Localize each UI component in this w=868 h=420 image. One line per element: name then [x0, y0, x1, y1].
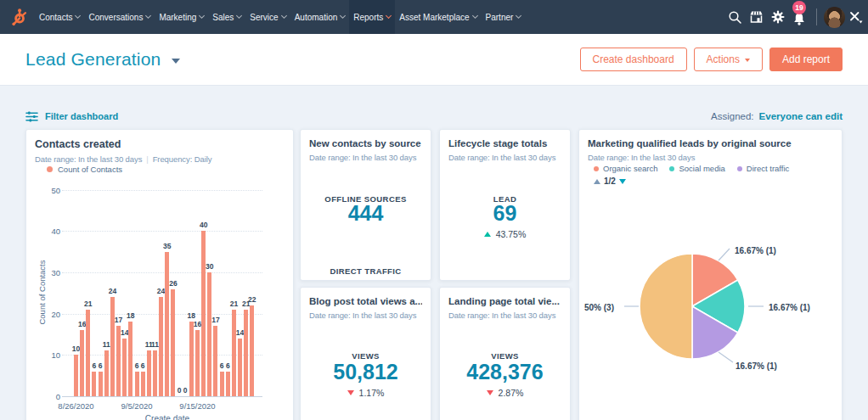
chevron-down-icon: [281, 13, 287, 19]
bar: [104, 350, 109, 396]
bar: [80, 330, 84, 396]
title-chevron-down-icon[interactable]: [172, 59, 180, 64]
chevron-down-icon: [472, 13, 478, 19]
add-report-button[interactable]: Add report: [769, 48, 843, 71]
card-title: New contacts by source: [309, 138, 422, 148]
bar: [141, 372, 145, 396]
nav-item-sales[interactable]: Sales: [208, 0, 245, 34]
top-nav: ContactsConversationsMarketingSalesServi…: [0, 0, 868, 34]
card-title: Blog post total views a...: [309, 296, 422, 306]
bar-chart: 0102030405010162166112417141866111124352…: [26, 130, 295, 420]
create-dashboard-button[interactable]: Create dashboard: [580, 48, 687, 71]
actions-button[interactable]: Actions: [694, 48, 763, 71]
bar: [128, 322, 132, 396]
stat-value: 50,812: [333, 360, 397, 384]
page-header: Lead Generation Create dashboard Actions…: [0, 34, 868, 86]
filter-bar: Filter dashboard Assigned: Everyone can …: [25, 108, 843, 125]
notifications-bell-icon[interactable]: 19: [788, 6, 809, 28]
nav-item-contacts[interactable]: Contacts: [35, 0, 84, 34]
settings-gear-icon[interactable]: [767, 6, 788, 28]
bar: [250, 305, 254, 396]
bar: [201, 231, 206, 396]
card-title: Landing page total vie...: [448, 296, 561, 306]
bar: [232, 310, 236, 396]
stat-delta: 1.17%: [301, 387, 431, 399]
report-card-contacts-created: Contacts created Date range: In the last…: [25, 129, 294, 420]
card-subtitle: Date range: In the last 30 days: [309, 153, 422, 162]
bar: [238, 339, 242, 396]
bar: [99, 372, 103, 396]
bar: [92, 372, 96, 396]
nav-item-reports[interactable]: Reports: [349, 0, 395, 34]
pie-slice: [640, 254, 692, 359]
report-card-blog-post-total-views: Blog post total views a... Date range: I…: [300, 287, 431, 420]
stat-delta: 43.75%: [440, 228, 570, 240]
stat-value: 428,376: [466, 360, 543, 384]
hubspot-logo-icon[interactable]: [9, 8, 29, 27]
card-subtitle: Date range: In the last 30 days: [448, 311, 561, 320]
nav-item-asset-marketplace[interactable]: Asset Marketplace: [395, 0, 481, 34]
notification-badge: 19: [792, 1, 806, 14]
bar: [135, 372, 139, 396]
chevron-down-icon: [145, 13, 151, 19]
bar: [110, 297, 115, 396]
chevron-down-icon: [340, 13, 346, 19]
bar: [189, 322, 194, 396]
report-card-landing-page-total-views: Landing page total vie... Date range: In…: [439, 287, 571, 420]
bar: [220, 372, 224, 396]
bar: [153, 350, 157, 396]
user-avatar[interactable]: [824, 7, 845, 28]
nav-item-marketing[interactable]: Marketing: [155, 0, 208, 34]
marketplace-icon[interactable]: [746, 6, 767, 28]
stat-label: DIRECT TRAFFIC: [330, 266, 401, 276]
bar: [244, 310, 248, 396]
bar: [147, 350, 151, 396]
pie-slice-label: 16.67% (1): [735, 246, 776, 255]
chevron-down-icon: [386, 13, 392, 19]
page-title: Lead Generation: [25, 49, 161, 70]
pie-slice-label: 50% (3): [584, 303, 614, 312]
pie-chart: [579, 130, 843, 420]
nav-item-automation[interactable]: Automation: [290, 0, 350, 34]
card-subtitle: Date range: In the last 30 days: [448, 153, 561, 162]
close-icon[interactable]: [848, 8, 864, 25]
filter-icon: [25, 111, 38, 122]
chevron-down-icon: [199, 13, 205, 19]
bar: [195, 330, 200, 396]
assigned-label: Assigned:: [711, 111, 754, 121]
bar: [159, 297, 163, 396]
nav-item-partner[interactable]: Partner: [482, 0, 526, 34]
bar: [165, 252, 169, 396]
card-subtitle: Date range: In the last 30 days: [309, 311, 422, 320]
report-card-lifecycle-stage-totals: Lifecycle stage totals Date range: In th…: [439, 129, 571, 281]
card-title: Lifecycle stage totals: [448, 138, 561, 148]
pie-slice-label: 16.67% (1): [736, 361, 777, 371]
chevron-down-icon: [75, 13, 81, 19]
chevron-down-icon: [236, 13, 242, 19]
bar: [86, 310, 90, 396]
down-arrow-icon: [487, 390, 493, 395]
bar: [74, 355, 78, 396]
stat-value: 69: [493, 201, 517, 225]
chevron-down-icon: [745, 59, 750, 62]
assigned-value-link[interactable]: Everyone can edit: [759, 111, 843, 121]
hubspot-dashboard: ContactsConversationsMarketingSalesServi…: [0, 0, 868, 420]
report-card-mql-by-original-source: Marketing qualified leads by original so…: [578, 129, 843, 420]
filter-dashboard-link[interactable]: Filter dashboard: [25, 111, 118, 122]
bar: [122, 339, 127, 396]
up-arrow-icon: [484, 232, 491, 237]
nav-item-service[interactable]: Service: [245, 0, 290, 34]
chevron-down-icon: [516, 13, 521, 19]
pie-slice-label: 16.67% (1): [769, 303, 810, 312]
nav-divider: [816, 8, 817, 25]
bar: [171, 289, 175, 396]
bar: [226, 372, 230, 396]
bar: [207, 272, 211, 396]
stat-value: 444: [348, 201, 384, 225]
bar: [213, 326, 217, 396]
down-arrow-icon: [347, 390, 354, 395]
report-card-new-contacts-by-source: New contacts by source Date range: In th…: [300, 129, 431, 281]
stat-delta: 2.87%: [440, 387, 570, 399]
nav-item-conversations[interactable]: Conversations: [84, 0, 155, 34]
search-icon[interactable]: [724, 6, 746, 28]
